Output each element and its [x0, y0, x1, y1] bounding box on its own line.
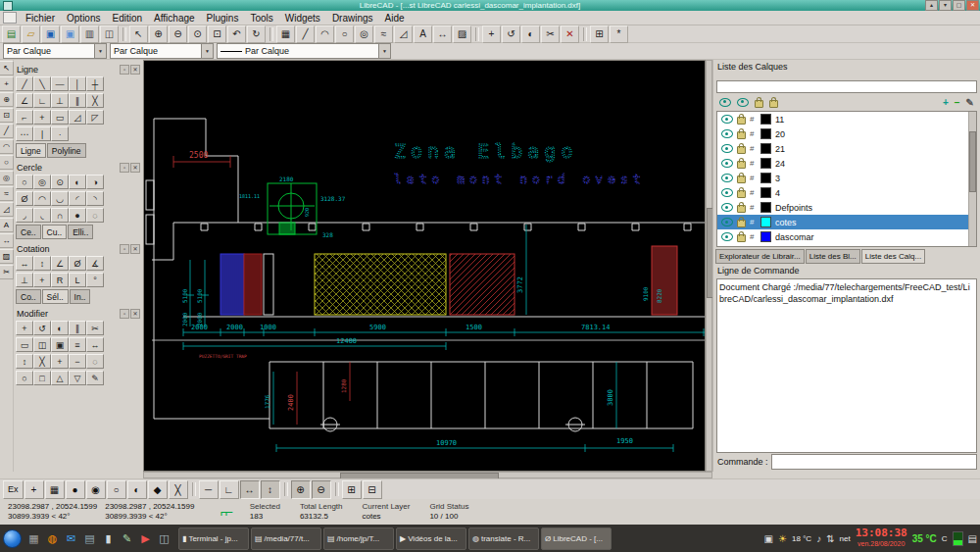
- dock-tab-liste-des-calq[interactable]: Liste des Calq...: [861, 249, 925, 264]
- zoom-window-icon[interactable]: ⊡: [208, 25, 226, 43]
- line-freehand-icon[interactable]: ⋯: [16, 126, 33, 141]
- modify-scale-y-icon[interactable]: ↕: [16, 354, 33, 369]
- layer-construction-icon[interactable]: #: [750, 115, 757, 124]
- show-all-layers-icon[interactable]: [719, 98, 731, 107]
- file-manager-icon[interactable]: ▤: [81, 530, 98, 547]
- redraw-icon[interactable]: ↻: [247, 25, 266, 43]
- delete-icon[interactable]: ✕: [561, 25, 579, 43]
- hatch-tool-icon[interactable]: ▨: [0, 249, 14, 264]
- tab-elli[interactable]: Elli..: [68, 225, 93, 239]
- snap-center-icon[interactable]: ○: [107, 480, 126, 499]
- deselect-window-icon[interactable]: ⊟: [363, 480, 382, 499]
- zoom-out-icon[interactable]: ⊖: [169, 25, 187, 43]
- remove-layer-icon[interactable]: −: [955, 97, 960, 108]
- arc-3points-icon[interactable]: ◜: [69, 191, 86, 206]
- draw-text-icon[interactable]: A: [414, 25, 432, 43]
- tab-ce[interactable]: Ce..: [16, 225, 41, 239]
- line-vertical-icon[interactable]: │: [69, 76, 86, 91]
- zoom-previous-icon[interactable]: ↶: [227, 25, 246, 43]
- lock-all-layers-icon[interactable]: [755, 100, 763, 108]
- tab-ligne[interactable]: Ligne: [16, 143, 46, 158]
- volume-icon[interactable]: ♪: [816, 533, 821, 544]
- clock[interactable]: 13:08:38 ven.28/08/2020: [856, 527, 907, 549]
- circle-half2-icon[interactable]: ◑: [86, 175, 104, 189]
- circle-half-icon[interactable]: ◐: [69, 175, 86, 189]
- snap-grid-icon[interactable]: ▦: [45, 480, 65, 499]
- zoom-in-icon[interactable]: ⊕: [149, 25, 168, 43]
- draw-ellipse-icon[interactable]: ◎: [355, 25, 373, 43]
- layer-visibility-icon[interactable]: [721, 232, 733, 241]
- exclusive-snap-button[interactable]: Ex: [3, 480, 24, 499]
- layer-color-swatch[interactable]: [760, 231, 771, 242]
- dimension-icon[interactable]: ↔: [433, 25, 452, 43]
- layer-construction-icon[interactable]: #: [750, 232, 757, 241]
- line-horizontal-icon[interactable]: —: [51, 76, 69, 91]
- draw-spline-icon[interactable]: ≈: [374, 25, 393, 43]
- snap-middle-icon[interactable]: ◐: [127, 480, 147, 499]
- arc-concentric-icon[interactable]: ◞: [16, 208, 33, 223]
- modify-down-icon[interactable]: ▽: [69, 371, 86, 385]
- line-plus-icon[interactable]: +: [33, 110, 51, 125]
- zoom-in-tool-icon[interactable]: ⊕: [0, 92, 14, 107]
- circle-diameter-icon[interactable]: Ø: [16, 191, 33, 206]
- mirror-icon[interactable]: ◐: [521, 25, 540, 43]
- arc-tangent-icon[interactable]: ◝: [86, 191, 104, 206]
- menu-aide[interactable]: Aide: [379, 11, 411, 25]
- draw-polyline-icon[interactable]: ◿: [394, 25, 413, 43]
- close-panel-icon[interactable]: ✕: [130, 309, 140, 319]
- layer-lock-icon[interactable]: [737, 131, 746, 139]
- restrict-horizontal-icon[interactable]: ↔: [240, 480, 260, 499]
- dim-vertical-icon[interactable]: ↕: [33, 256, 51, 271]
- print-preview-icon[interactable]: ◫: [100, 25, 119, 43]
- menu-options[interactable]: Options: [61, 11, 106, 25]
- menu-tools[interactable]: Tools: [244, 11, 278, 25]
- tray-extra-icon[interactable]: ▤: [968, 533, 977, 544]
- layer-color-swatch[interactable]: [760, 128, 771, 139]
- snap-intersection-icon[interactable]: ╳: [169, 480, 188, 499]
- line-perpendicular-icon[interactable]: ⊥: [51, 93, 69, 108]
- layer-color-swatch[interactable]: [760, 187, 771, 198]
- draw-line-icon[interactable]: ╱: [296, 25, 315, 43]
- layer-lock-icon[interactable]: [737, 190, 746, 198]
- modify-layer-icon[interactable]: ✎: [966, 97, 974, 108]
- tab-in[interactable]: In..: [70, 289, 91, 304]
- layer-row[interactable]: #4: [717, 185, 968, 200]
- circle-tools-icon[interactable]: ○: [0, 155, 14, 170]
- menu-widgets[interactable]: Widgets: [279, 11, 326, 25]
- print-icon[interactable]: ▥: [80, 25, 99, 43]
- layer-lock-icon[interactable]: [737, 117, 746, 125]
- dim-angle2-icon[interactable]: ∡: [86, 256, 104, 271]
- snap-on-entity-icon[interactable]: ◉: [86, 480, 106, 499]
- line-width-combo[interactable]: Par Calque▼: [110, 43, 214, 59]
- layer-color-swatch[interactable]: [760, 173, 771, 183]
- float-panel-icon[interactable]: ▫: [120, 309, 129, 319]
- tab-co[interactable]: Co..: [16, 289, 41, 304]
- layer-color-swatch[interactable]: [760, 114, 771, 125]
- start-menu-button[interactable]: [3, 529, 22, 548]
- line-two-points-icon[interactable]: ╱: [16, 76, 33, 91]
- block-create-icon[interactable]: ⊞: [590, 25, 609, 43]
- layer-visibility-icon[interactable]: [721, 144, 733, 153]
- dim-horizontal-icon[interactable]: ↔: [16, 256, 33, 271]
- dim-perpendicular-icon[interactable]: ⊥: [16, 273, 33, 287]
- lock-relative-zero-icon[interactable]: ⊖: [312, 480, 331, 499]
- modify-rotate-icon[interactable]: ↺: [33, 321, 51, 335]
- modify-stretch-icon[interactable]: ▭: [16, 337, 33, 352]
- menu-drawings[interactable]: Drawings: [326, 11, 379, 25]
- close-button[interactable]: ✕: [966, 0, 979, 11]
- float-panel-icon[interactable]: ▫: [120, 163, 129, 173]
- modify-round-icon[interactable]: ◌: [86, 354, 104, 369]
- zoom-window-tool-icon[interactable]: ⊡: [0, 108, 14, 123]
- layer-color-swatch[interactable]: [760, 217, 771, 227]
- browser-icon[interactable]: ◍: [44, 530, 61, 547]
- layer-color-swatch[interactable]: [760, 158, 771, 169]
- line-cross-icon[interactable]: ┼: [86, 76, 104, 91]
- modify-shorten-icon[interactable]: −: [69, 354, 86, 369]
- workspace-switcher-icon[interactable]: ▦: [25, 530, 42, 547]
- layer-row[interactable]: #24: [717, 156, 968, 171]
- grid-toggle-icon[interactable]: ▦: [276, 25, 295, 43]
- clipboard-icon[interactable]: ▣: [764, 533, 773, 544]
- arc-bottom-icon[interactable]: ◡: [51, 191, 69, 206]
- layer-row[interactable]: #3: [717, 171, 968, 185]
- layer-row[interactable]: #11: [717, 112, 968, 126]
